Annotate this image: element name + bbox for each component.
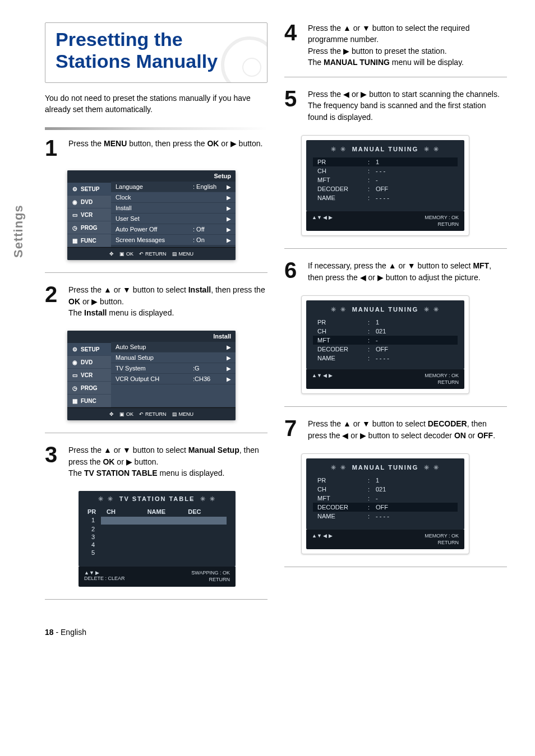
osd-item-manualsetup: Manual Setup▶	[111, 353, 236, 363]
table-row: 4	[84, 541, 230, 549]
step-number: 7	[284, 418, 300, 441]
osd-item-tvsystem: TV System:G▶	[111, 363, 236, 374]
osd-tab-prog: ◷PROG	[67, 221, 111, 234]
osd-row-decoder: DECODER:OFF	[313, 184, 458, 193]
return-icon: ↶	[139, 411, 144, 417]
osd-row-decoder: DECODER:OFF	[313, 503, 458, 512]
osd-item-install: Install▶	[111, 203, 236, 214]
divider	[284, 77, 507, 77]
step-number: 4	[284, 22, 300, 68]
osd-row-mft: MFT:-	[313, 336, 458, 345]
ok-icon: ▣	[119, 411, 124, 417]
step-1: 1 Press the MENU button, then press the …	[45, 138, 268, 158]
osd-title: Setup	[111, 170, 236, 182]
divider	[284, 567, 507, 567]
step-3: 3 Press the ▲ or ▼ button to select Manu…	[45, 444, 268, 479]
step-text: Press the ▲ or ▼ button to select the re…	[308, 22, 507, 68]
divider	[284, 248, 507, 249]
table-header: PR CH NAME DEC	[84, 507, 230, 516]
step-text: Press the ▲ or ▼ button to select Instal…	[68, 284, 268, 318]
divider	[45, 272, 268, 273]
osd-station-table: ✳ ✳ TV STATION TABLE ✳ ✳ PR CH NAME DEC …	[79, 491, 236, 586]
menu-icon: ▤	[172, 251, 177, 257]
osd-footer: ✥ ▣OK ↶RETURN ▤MENU	[67, 247, 236, 260]
osd-row-pr: PR:1	[313, 318, 458, 327]
clock-icon: ◷	[71, 224, 79, 231]
step-2: 2 Press the ▲ or ▼ button to select Inst…	[45, 284, 268, 318]
osd-title: ✳ ✳ MANUAL TUNING ✳ ✳	[313, 306, 458, 313]
chevron-right-icon: ▶	[227, 355, 231, 361]
osd-row-pr: PR:1	[313, 157, 458, 166]
disc-icon: ◉	[71, 198, 79, 206]
chevron-right-icon: ▶	[227, 365, 231, 372]
divider	[284, 406, 507, 407]
osd-title: Install	[111, 331, 236, 342]
chevron-right-icon: ▶	[227, 226, 231, 233]
step-number: 6	[284, 260, 300, 283]
chevron-right-icon: ▶	[227, 184, 231, 190]
step-text: If necessary, press the ▲ or ▼ button to…	[308, 260, 507, 283]
osd-tab-func: ▦FUNC	[67, 234, 111, 247]
dpad-icon: ✥	[109, 411, 114, 417]
osd-item-screenmsg: Screen Messages: On▶	[111, 235, 236, 245]
osd-item-clock: Clock▶	[111, 192, 236, 203]
osd-item-language: Language: English▶	[111, 182, 236, 192]
step-number: 2	[45, 284, 61, 318]
func-icon: ▦	[71, 236, 79, 244]
disc-icon: ◉	[71, 358, 79, 366]
osd-footer: ▲▼ ◀ ▶ MEMORY : OKRETURN	[306, 211, 464, 231]
osd-item-vcroutput: VCR Output CH:CH36▶	[111, 374, 236, 384]
func-icon: ▦	[71, 397, 79, 405]
osd-tab-dvd: ◉DVD	[67, 196, 111, 208]
osd-item-userset: User Set▶	[111, 214, 236, 224]
table-row: 2	[84, 525, 230, 533]
osd-footer: ✥ ▣OK ↶RETURN ▤MENU	[67, 407, 236, 420]
gear-icon: ⚙	[71, 185, 79, 193]
step-text: Press the ▲ or ▼ button to select DECODE…	[308, 418, 507, 441]
chevron-right-icon: ▶	[227, 376, 231, 382]
chevron-right-icon: ▶	[227, 216, 231, 222]
osd-footer: ▲▼ ▶ DELETE : CLEAR SWAPPING : OK RETURN	[79, 567, 236, 586]
step-text: Press the ▲ or ▼ button to select Manual…	[68, 444, 268, 479]
step-number: 3	[45, 444, 61, 479]
return-icon: ↶	[139, 251, 144, 257]
chevron-right-icon: ▶	[227, 205, 231, 211]
step-4: 4 Press the ▲ or ▼ button to select the …	[284, 22, 507, 68]
osd-title: ✳ ✳ MANUAL TUNING ✳ ✳	[313, 146, 458, 153]
osd-item-autopower: Auto Power Off: Off▶	[111, 224, 236, 235]
step-6: 6 If necessary, press the ▲ or ▼ button …	[284, 260, 507, 283]
chevron-right-icon: ▶	[227, 344, 231, 350]
osd-footer: ▲▼ ◀ ▶ MEMORY : OKRETURN	[306, 369, 464, 389]
osd-row-mft: MFT:-	[313, 494, 458, 503]
table-row: 3	[84, 533, 230, 541]
step-text: Press the ◀ or ▶ button to start scannin…	[308, 89, 507, 123]
intro-text: You do not need to preset the stations m…	[45, 93, 268, 115]
osd-tab-dvd: ◉DVD	[67, 356, 111, 369]
gradient-divider	[45, 127, 268, 130]
osd-tab-vcr: ▭VCR	[67, 369, 111, 382]
tape-icon: ▭	[71, 371, 79, 379]
osd-row-ch: CH:021	[313, 327, 458, 336]
osd-row-ch: CH:- - -	[313, 166, 458, 175]
osd-row-decoder: DECODER:OFF	[313, 345, 458, 354]
title-card: Presetting the Stations Manually	[45, 22, 268, 83]
osd-title: ✳ ✳ MANUAL TUNING ✳ ✳	[313, 464, 458, 471]
page-title: Presetting the Stations Manually	[56, 29, 257, 72]
osd-manual-tuning-1: ✳ ✳ MANUAL TUNING ✳ ✳ PR:1 CH:- - - MFT:…	[301, 135, 469, 236]
osd-tab-vcr: ▭VCR	[67, 208, 111, 221]
osd-footer: ▲▼ ◀ ▶ MEMORY : OKRETURN	[306, 530, 464, 549]
osd-tab-prog: ◷PROG	[67, 382, 111, 395]
osd-install-menu: ⚙SETUP ◉DVD ▭VCR ◷PROG ▦FUNC Install Aut…	[67, 331, 236, 420]
chevron-right-icon: ▶	[227, 237, 231, 243]
step-number: 5	[284, 89, 300, 123]
dpad-icon: ✥	[109, 251, 114, 257]
osd-row-name: NAME:- - - -	[313, 512, 458, 521]
gear-icon: ⚙	[71, 345, 79, 353]
chevron-right-icon: ▶	[227, 194, 231, 201]
divider	[45, 599, 268, 600]
osd-tab-setup: ⚙SETUP	[67, 183, 111, 196]
clock-icon: ◷	[71, 384, 79, 392]
step-number: 1	[45, 138, 61, 158]
table-row: 5	[84, 549, 230, 556]
osd-tab-setup: ⚙SETUP	[67, 343, 111, 356]
